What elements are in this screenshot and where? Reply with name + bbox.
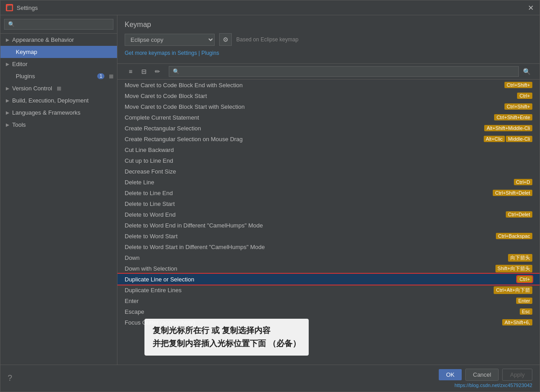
table-row[interactable]: Focus Gutter (accessibility) Alt+Shift+6… bbox=[117, 317, 540, 328]
table-row[interactable]: Duplicate Entire Lines Ctrl+Alt+向下箭 bbox=[117, 285, 540, 295]
shortcut-badges: Enter bbox=[516, 298, 532, 304]
title-bar: ⬛ Settings ✕ bbox=[0, 0, 540, 15]
action-name: Down bbox=[125, 254, 508, 261]
action-name: Enter bbox=[125, 298, 516, 304]
chevron-right-icon: ▶ bbox=[6, 86, 9, 91]
toolbar: ≡ ⊟ ✏ 🔍 bbox=[117, 63, 540, 80]
shortcut-badge: Alt+Shift+Middle-Cli bbox=[484, 125, 532, 131]
ok-button[interactable]: OK bbox=[439, 369, 462, 380]
sidebar-item-label: Plugins bbox=[16, 73, 35, 80]
filter-button[interactable]: ✏ bbox=[152, 66, 163, 77]
action-name: Escape bbox=[125, 308, 520, 315]
table-row[interactable]: Delete to Word Start Ctrl+Backspac bbox=[117, 231, 540, 241]
table-row[interactable]: Move Caret to Code Block Start Ctrl+ bbox=[117, 90, 540, 101]
action-name: Create Rectangular Selection on Mouse Dr… bbox=[125, 136, 484, 143]
shortcut-badge: Ctrl+Shift+ bbox=[504, 103, 532, 110]
action-name: Delete to Line End bbox=[125, 190, 493, 196]
shortcut-badges: Ctrl+Backspac bbox=[496, 233, 532, 239]
sidebar-item-version-control[interactable]: ▶ Version Control ▦ bbox=[0, 82, 117, 94]
close-button[interactable]: ✕ bbox=[527, 4, 534, 11]
action-name: Delete to Word End in Different "CamelHu… bbox=[125, 222, 532, 229]
expand-all-button[interactable]: ≡ bbox=[125, 66, 136, 77]
cancel-button[interactable]: Cancel bbox=[465, 369, 499, 381]
table-row[interactable]: Cut Line Backward bbox=[117, 144, 540, 155]
find-usages-button[interactable]: 🔍 bbox=[521, 66, 532, 77]
settings-dialog: ⬛ Settings ✕ ▶ Appearance & Behavior Key… bbox=[0, 0, 540, 392]
shortcut-badge: Shift+向下箭头 bbox=[495, 265, 532, 272]
search-container bbox=[169, 66, 519, 77]
apply-button[interactable]: Apply bbox=[502, 369, 532, 381]
plugins-badge: 1 bbox=[97, 73, 104, 79]
gear-button[interactable]: ⚙ bbox=[219, 33, 232, 46]
sidebar-item-languages[interactable]: ▶ Languages & Frameworks bbox=[0, 107, 117, 119]
search-input[interactable] bbox=[169, 66, 519, 77]
footer-buttons: OK Cancel Apply bbox=[439, 369, 532, 381]
table-row[interactable]: Delete Line Ctrl+D bbox=[117, 177, 540, 187]
sidebar-item-editor[interactable]: ▶ Editor bbox=[0, 58, 117, 70]
grid-icon: ▦ bbox=[57, 85, 61, 91]
sidebar-item-keymap[interactable]: Keymap bbox=[0, 46, 117, 58]
table-row[interactable]: Enter Enter bbox=[117, 295, 540, 306]
shortcut-badge: Ctrl+ bbox=[517, 276, 532, 282]
table-row[interactable]: Escape Esc bbox=[117, 306, 540, 317]
sidebar-item-tools[interactable]: ▶ Tools bbox=[0, 119, 117, 131]
chevron-right-icon: ▶ bbox=[6, 110, 9, 115]
sidebar-item-build[interactable]: ▶ Build, Execution, Deployment bbox=[0, 94, 117, 107]
table-row[interactable]: Move Caret to Code Block End with Select… bbox=[117, 80, 540, 90]
shortcut-badge: Ctrl+Alt+向下箭 bbox=[494, 286, 532, 294]
sidebar-item-label: Tools bbox=[12, 121, 26, 128]
table-row[interactable]: Create Rectangular Selection on Mouse Dr… bbox=[117, 134, 540, 144]
table-row[interactable]: Delete to Word End Ctrl+Delet bbox=[117, 209, 540, 220]
sidebar-search-input[interactable] bbox=[4, 19, 113, 30]
action-name: Complete Current Statement bbox=[125, 114, 494, 121]
keymap-list[interactable]: Move Caret to Code Block End with Select… bbox=[117, 80, 540, 365]
table-row[interactable]: Complete Current Statement Ctrl+Shift+En… bbox=[117, 112, 540, 123]
sidebar-item-label: Keymap bbox=[16, 49, 37, 55]
chevron-right-icon: ▶ bbox=[6, 37, 9, 42]
shortcut-badge: Esc bbox=[520, 308, 532, 315]
action-name: Down with Selection bbox=[125, 265, 495, 272]
table-row[interactable]: Down with Selection Shift+向下箭头 bbox=[117, 263, 540, 274]
more-keymaps-link[interactable]: Get more keymaps in Settings | Plugins bbox=[125, 50, 219, 60]
action-name: Delete to Word End bbox=[125, 211, 506, 218]
shortcut-badge: Alt+Shift+6, bbox=[502, 319, 532, 325]
shortcut-badges: Ctrl+Delet bbox=[506, 211, 532, 218]
action-name: Cut up to Line End bbox=[125, 157, 532, 164]
sidebar-item-label: Appearance & Behavior bbox=[12, 36, 74, 43]
table-row-duplicate-line[interactable]: Duplicate Line or Selection Ctrl+ bbox=[117, 274, 540, 285]
table-row[interactable]: Delete to Word Start in Different "Camel… bbox=[117, 241, 540, 252]
dialog-title: Settings bbox=[17, 4, 38, 11]
shortcut-badge: Ctrl+D bbox=[514, 179, 532, 185]
sidebar-item-appearance[interactable]: ▶ Appearance & Behavior bbox=[0, 34, 117, 46]
chevron-right-icon: ▶ bbox=[6, 98, 9, 103]
shortcut-badges: Ctrl+D bbox=[514, 179, 532, 185]
table-row[interactable]: Decrease Font Size bbox=[117, 166, 540, 177]
shortcut-badge: Ctrl+Shift+Delet bbox=[493, 190, 532, 196]
table-row[interactable]: Delete to Line End Ctrl+Shift+Delet bbox=[117, 187, 540, 198]
action-name: Decrease Font Size bbox=[125, 168, 532, 175]
table-row[interactable]: Create Rectangular Selection Alt+Shift+M… bbox=[117, 123, 540, 134]
sidebar-item-label: Editor bbox=[12, 61, 27, 67]
shortcut-badges: Ctrl+ bbox=[517, 93, 532, 99]
sidebar-item-plugins[interactable]: Plugins 1 ▦ bbox=[0, 70, 117, 82]
sidebar-item-label: Version Control bbox=[12, 85, 52, 92]
shortcut-badge: Ctrl+Delet bbox=[506, 211, 532, 218]
shortcut-badge: Alt+Clic bbox=[484, 136, 505, 142]
help-button[interactable]: ? bbox=[8, 374, 12, 383]
table-row[interactable]: Move Caret to Code Block Start with Sele… bbox=[117, 101, 540, 112]
chevron-right-icon: ▶ bbox=[6, 62, 9, 67]
panel-title: Keymap bbox=[125, 21, 532, 29]
table-row[interactable]: Delete to Line Start bbox=[117, 198, 540, 209]
panel-header: Keymap Eclipse copy Eclipse Default Emac… bbox=[117, 15, 540, 63]
keymap-dropdown[interactable]: Eclipse copy Eclipse Default Emacs bbox=[125, 34, 215, 46]
shortcut-badge: Ctrl+Shift+ bbox=[504, 82, 532, 88]
action-name: Create Rectangular Selection bbox=[125, 125, 484, 132]
action-name: Duplicate Line or Selection bbox=[125, 276, 517, 283]
collapse-all-button[interactable]: ⊟ bbox=[138, 66, 150, 77]
table-row[interactable]: Delete to Word End in Different "CamelHu… bbox=[117, 220, 540, 231]
table-row[interactable]: Cut up to Line End bbox=[117, 155, 540, 166]
action-name: Move Caret to Code Block End with Select… bbox=[125, 82, 504, 89]
sidebar-item-label: Languages & Frameworks bbox=[12, 109, 81, 116]
shortcut-badge: Ctrl+ bbox=[517, 93, 532, 99]
table-row[interactable]: Down 向下箭头 bbox=[117, 252, 540, 263]
